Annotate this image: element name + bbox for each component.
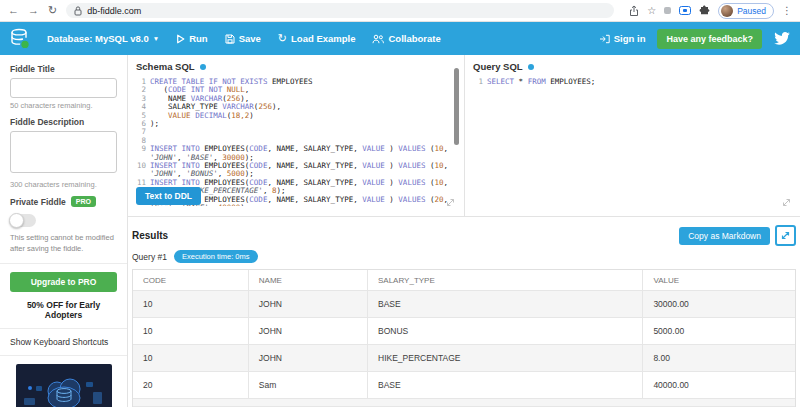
extension-icon[interactable] <box>664 7 671 14</box>
play-icon <box>176 34 185 44</box>
avatar <box>721 5 733 17</box>
database-selector-label: Database: MySQL v8.0 <box>47 33 149 44</box>
browser-actions: ☆ Paused ⋮ <box>629 3 792 19</box>
lock-icon <box>74 6 82 16</box>
results-header: Results Copy as Markdown <box>132 225 796 246</box>
results-expand-button[interactable] <box>775 225 796 246</box>
feedback-button[interactable]: Have any feedback? <box>657 29 762 49</box>
main-area: Schema SQL 1CREATE TABLE IF NOT EXISTS E… <box>128 55 800 407</box>
editor-scrollbar-thumb[interactable] <box>454 68 459 145</box>
table-cell: 10 <box>133 345 249 371</box>
column-header: VALUE <box>643 270 795 290</box>
private-fiddle-toggle[interactable] <box>10 214 36 227</box>
ad-image <box>16 364 112 407</box>
db-fiddle-logo-icon[interactable] <box>10 28 30 50</box>
schema-panel-title: Schema SQL <box>136 61 456 72</box>
table-cell: 40000.00 <box>643 372 795 398</box>
paused-label: Paused <box>737 6 766 16</box>
query-title-text: Query SQL <box>473 61 523 72</box>
keyboard-shortcuts-link[interactable]: Show Keyboard Shortcuts <box>10 337 117 347</box>
save-button[interactable]: Save <box>225 33 261 44</box>
code-line: 7 <box>136 128 456 136</box>
table-cell: BASE <box>368 372 643 398</box>
schema-expand-icon[interactable] <box>445 197 456 208</box>
url-text: db-fiddle.com <box>87 6 141 16</box>
execution-time-badge: Execution time: 0ms <box>174 250 258 263</box>
code-line: 5 VALUE DECIMAL(18,2) <box>136 112 456 120</box>
upgrade-pro-button[interactable]: Upgrade to PRO <box>10 272 117 292</box>
table-row: 20SamBASE40000.00 <box>133 372 795 399</box>
table-cell: 10 <box>133 291 249 317</box>
unsaved-dot-icon <box>528 64 534 70</box>
screen: ← → ↻ db-fiddle.com ☆ Paused <box>0 0 800 407</box>
private-fiddle-note: This setting cannot be modified after sa… <box>10 232 117 255</box>
profile-paused-pill[interactable]: Paused <box>718 3 774 19</box>
code-line: 10INSERT INTO EMPLOYEES(CODE, NAME, SALA… <box>136 162 456 179</box>
pro-badge: PRO <box>71 196 96 207</box>
offer-text: 50% OFF for Early Adopters <box>10 300 117 320</box>
table-cell: HIKE_PERCENTAGE <box>368 345 643 371</box>
results-heading: Results <box>132 230 168 241</box>
query-meta-row: Query #1 Execution time: 0ms <box>132 250 796 263</box>
table-cell: 20 <box>133 372 249 398</box>
copy-markdown-button[interactable]: Copy as Markdown <box>679 227 770 245</box>
database-selector[interactable]: Database: MySQL v8.0 ▼ <box>47 33 159 44</box>
fiddle-title-hint: 50 characters remaining. <box>10 101 117 110</box>
fiddle-title-input[interactable] <box>10 78 117 98</box>
sign-in-button[interactable]: Sign in <box>599 33 646 44</box>
table-cell: 10 <box>133 318 249 344</box>
table-cell: 5000.00 <box>643 318 795 344</box>
kebab-menu-icon[interactable]: ⋮ <box>782 6 792 16</box>
bookmark-star-icon[interactable]: ☆ <box>647 6 656 16</box>
code-line: 1SELECT * FROM EMPLOYEES; <box>473 78 792 86</box>
table-cell: JOHN <box>249 291 368 317</box>
people-icon <box>372 34 384 44</box>
editors-row: Schema SQL 1CREATE TABLE IF NOT EXISTS E… <box>128 55 800 217</box>
forward-icon[interactable]: → <box>28 5 39 16</box>
share-icon[interactable] <box>629 5 639 17</box>
table-row: 10JOHNHIKE_PERCENTAGE8.00 <box>133 345 795 372</box>
run-button[interactable]: Run <box>176 33 207 44</box>
app-header: Database: MySQL v8.0 ▼ Run Save ↻ Load E… <box>0 22 800 55</box>
run-label: Run <box>189 33 207 44</box>
divider <box>0 263 127 264</box>
extensions-puzzle-icon[interactable] <box>699 5 710 16</box>
query-number-label: Query #1 <box>132 252 167 262</box>
query-sql-editor[interactable]: 1SELECT * FROM EMPLOYEES; <box>473 78 792 206</box>
twitter-icon[interactable] <box>774 32 790 45</box>
content: Fiddle Title 50 characters remaining. Fi… <box>0 55 800 407</box>
fiddle-description-label: Fiddle Description <box>10 117 117 127</box>
code-line: 6); <box>136 120 456 128</box>
results-section: Results Copy as Markdown Query #1 Execut… <box>128 217 800 407</box>
divider <box>0 355 127 356</box>
column-header: CODE <box>133 270 249 290</box>
sign-in-label: Sign in <box>614 33 646 44</box>
fiddle-description-input[interactable] <box>10 131 117 173</box>
query-expand-icon[interactable] <box>781 197 792 208</box>
table-cell: Sam <box>249 372 368 398</box>
table-header-row: CODENAMESALARY_TYPEVALUE <box>133 270 795 291</box>
table-cell: 30000.00 <box>643 291 795 317</box>
text-to-ddl-button[interactable]: Text to DDL <box>136 187 201 205</box>
save-label: Save <box>239 33 261 44</box>
refresh-icon: ↻ <box>278 32 287 45</box>
table-cell: BONUS <box>368 318 643 344</box>
caret-down-icon: ▼ <box>153 35 159 42</box>
fiddle-description-hint: 300 characters remaining. <box>10 180 117 189</box>
load-example-button[interactable]: ↻ Load Example <box>278 32 356 45</box>
private-fiddle-row: Private Fiddle PRO <box>10 196 117 207</box>
load-example-label: Load Example <box>291 33 355 44</box>
table-row-partial <box>133 399 795 407</box>
browser-chrome: ← → ↻ db-fiddle.com ☆ Paused <box>0 0 800 22</box>
extension-icon-blue[interactable] <box>679 6 691 15</box>
save-icon <box>225 34 235 44</box>
back-icon[interactable]: ← <box>8 5 19 16</box>
table-cell: JOHN <box>249 345 368 371</box>
line-number: 10 <box>136 162 150 179</box>
divider <box>0 328 127 329</box>
ad-banner[interactable]: Automate machine learning to increase pr… <box>10 364 117 407</box>
unsaved-dot-icon <box>200 64 206 70</box>
reload-icon[interactable]: ↻ <box>48 5 57 16</box>
collaborate-button[interactable]: Collaborate <box>372 33 440 44</box>
url-bar[interactable]: db-fiddle.com <box>66 3 614 18</box>
